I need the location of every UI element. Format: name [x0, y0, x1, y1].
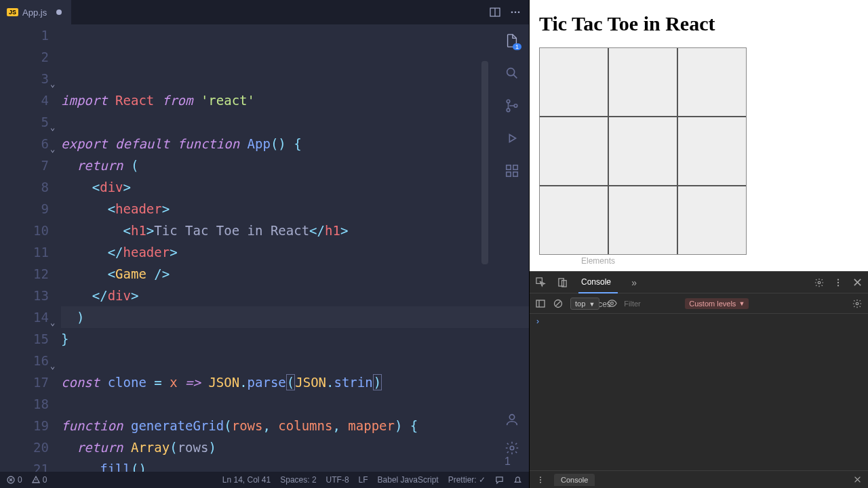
fold-chevron-icon[interactable]: ⌄	[50, 355, 55, 377]
console-prompt-icon: ›	[536, 317, 539, 326]
devtools-tab-elements[interactable]: Elements	[578, 250, 618, 272]
more-tabs-icon[interactable]: »	[629, 277, 639, 288]
grid-cell[interactable]	[609, 186, 677, 254]
drawer-console-tab[interactable]: Console	[554, 474, 595, 486]
grid-cell[interactable]	[540, 117, 608, 185]
grid-cell[interactable]	[678, 48, 746, 116]
grid-cell[interactable]	[678, 117, 746, 185]
encoding[interactable]: UTF-8	[326, 475, 349, 485]
prettier-status[interactable]: Prettier: ✓	[448, 475, 486, 485]
live-expression-icon[interactable]	[606, 298, 617, 309]
problems-warnings[interactable]: 0	[32, 475, 47, 485]
devtools-tabs: ElementsConsoleSources »	[530, 272, 868, 293]
grid-cell[interactable]	[540, 48, 608, 116]
preview-heading: Tic Tac Toe in React	[539, 12, 859, 35]
fold-chevron-icon[interactable]: ⌄	[50, 117, 55, 138]
svg-marker-10	[509, 135, 515, 142]
devtools-close-icon[interactable]	[852, 277, 863, 288]
grid-cell[interactable]	[678, 186, 746, 254]
grid-cell[interactable]	[609, 48, 677, 116]
feedback-icon[interactable]	[495, 476, 504, 485]
svg-rect-12	[513, 165, 517, 169]
grid-cell[interactable]	[609, 117, 677, 185]
tab-filename: App.js	[22, 7, 47, 18]
svg-point-25	[837, 279, 839, 280]
svg-point-15	[509, 415, 514, 420]
eol[interactable]: LF	[359, 475, 368, 485]
activity-bar: 1	[495, 24, 529, 179]
language-mode[interactable]: Babel JavaScript	[378, 475, 439, 485]
svg-point-35	[856, 302, 859, 305]
svg-line-6	[513, 75, 517, 78]
console-settings-icon[interactable]	[852, 298, 863, 309]
tab-bar: JS App.js	[0, 0, 529, 24]
devtools-panel: ElementsConsoleSources »	[530, 271, 868, 488]
code-content[interactable]: import React from 'react'export default …	[61, 24, 529, 472]
svg-rect-21	[536, 278, 541, 283]
settings-gear-icon[interactable]: 1	[505, 441, 519, 468]
search-icon[interactable]	[504, 65, 520, 81]
console-filter-input[interactable]	[624, 300, 678, 308]
debug-icon[interactable]	[504, 130, 520, 146]
svg-point-8	[507, 108, 510, 112]
source-control-icon[interactable]	[504, 98, 520, 114]
scrollbar-thumb[interactable]	[481, 61, 488, 264]
devtools-drawer: Console	[530, 470, 868, 488]
svg-rect-11	[507, 165, 511, 169]
devtools-tab-console[interactable]: Console	[578, 272, 618, 293]
svg-rect-13	[507, 172, 511, 176]
svg-point-5	[507, 68, 515, 76]
fold-chevron-icon[interactable]: ⌄	[50, 312, 55, 333]
chevron-down-icon: ▼	[738, 300, 745, 307]
split-editor-icon[interactable]	[490, 7, 500, 18]
svg-point-2	[511, 12, 513, 14]
editor-pane: JS App.js ⌄⌄⌄⌄⌄ 123456789101112131415161…	[0, 0, 529, 488]
svg-point-26	[837, 281, 839, 283]
svg-rect-30	[536, 300, 545, 307]
drawer-close-icon[interactable]	[852, 474, 863, 485]
inspect-element-icon[interactable]	[535, 277, 546, 288]
svg-point-4	[518, 12, 520, 14]
notifications-icon[interactable]	[513, 476, 522, 485]
explorer-icon[interactable]: 1	[504, 33, 520, 49]
svg-point-24	[818, 281, 821, 284]
file-tab[interactable]: JS App.js	[0, 0, 71, 24]
fold-chevron-icon[interactable]: ⌄	[50, 73, 55, 95]
console-output[interactable]: ›	[530, 314, 868, 470]
cursor-position[interactable]: Ln 14, Col 41	[222, 475, 271, 485]
log-level-select[interactable]: Custom levels ▼	[685, 298, 749, 309]
dirty-indicator-icon	[56, 9, 62, 15]
grid-cell[interactable]	[540, 186, 608, 254]
line-number-gutter: ⌄⌄⌄⌄⌄ 123456789101112131415161718192021	[0, 24, 61, 472]
indentation[interactable]: Spaces: 2	[280, 475, 316, 485]
clear-console-icon[interactable]	[553, 298, 564, 309]
preview-pane: Tic Tac Toe in React ElementsConsoleSour…	[529, 0, 868, 488]
chevron-down-icon: ▼	[589, 301, 595, 308]
console-toolbar: top ▼ Custom levels ▼	[530, 293, 868, 314]
svg-point-34	[610, 302, 613, 305]
console-sidebar-toggle-icon[interactable]	[535, 298, 546, 309]
svg-rect-22	[558, 279, 564, 286]
account-icon[interactable]	[505, 412, 519, 427]
svg-point-9	[514, 104, 517, 108]
execution-context-select[interactable]: top ▼	[570, 298, 599, 310]
svg-point-38	[540, 481, 541, 483]
status-bar: 0 0 Ln 14, Col 41 Spaces: 2 UTF-8 LF Bab…	[0, 472, 529, 488]
svg-point-3	[515, 12, 517, 14]
devtools-menu-icon[interactable]	[833, 277, 844, 288]
devtools-settings-icon[interactable]	[814, 277, 825, 288]
device-toolbar-icon[interactable]	[557, 277, 568, 288]
svg-point-36	[540, 476, 541, 478]
more-actions-icon[interactable]	[510, 7, 521, 18]
problems-errors[interactable]: 0	[7, 475, 22, 485]
svg-rect-14	[513, 172, 517, 176]
tic-tac-toe-grid	[539, 47, 747, 255]
explorer-badge: 1	[513, 43, 521, 50]
extensions-icon[interactable]	[504, 163, 520, 179]
fold-chevron-icon[interactable]: ⌄	[50, 138, 55, 160]
drawer-menu-icon[interactable]	[535, 474, 546, 485]
code-editor[interactable]: ⌄⌄⌄⌄⌄ 123456789101112131415161718192021 …	[0, 24, 529, 472]
svg-point-16	[510, 446, 514, 450]
svg-point-7	[507, 100, 510, 103]
settings-badge: 1	[505, 455, 511, 467]
